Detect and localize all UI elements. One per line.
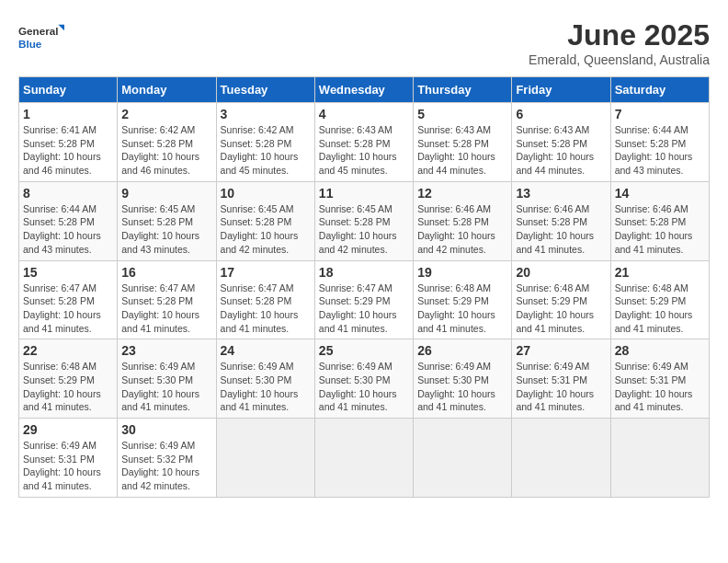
- calendar-cell: 23 Sunrise: 6:49 AM Sunset: 5:30 PM Dayl…: [118, 339, 216, 419]
- svg-text:General: General: [18, 25, 58, 37]
- day-info: Sunrise: 6:44 AM Sunset: 5:28 PM Dayligh…: [615, 123, 705, 178]
- day-number: 19: [417, 265, 507, 280]
- location: Emerald, Queensland, Australia: [529, 52, 710, 67]
- day-info: Sunrise: 6:47 AM Sunset: 5:28 PM Dayligh…: [121, 282, 211, 336]
- calendar-cell: 27 Sunrise: 6:49 AM Sunset: 5:31 PM Dayl…: [512, 339, 610, 419]
- day-info: Sunrise: 6:47 AM Sunset: 5:28 PM Dayligh…: [23, 282, 113, 336]
- calendar-cell: 14 Sunrise: 6:46 AM Sunset: 5:28 PM Dayl…: [610, 181, 709, 260]
- day-info: Sunrise: 6:49 AM Sunset: 5:31 PM Dayligh…: [23, 439, 113, 493]
- calendar-cell: [512, 419, 610, 498]
- weekday-header-wednesday: Wednesday: [314, 77, 413, 103]
- svg-text:Blue: Blue: [18, 38, 42, 50]
- calendar-cell: 29 Sunrise: 6:49 AM Sunset: 5:31 PM Dayl…: [19, 419, 118, 498]
- calendar-cell: 8 Sunrise: 6:44 AM Sunset: 5:28 PM Dayli…: [19, 181, 118, 260]
- calendar-cell: 11 Sunrise: 6:45 AM Sunset: 5:28 PM Dayl…: [314, 181, 413, 260]
- day-number: 21: [615, 265, 705, 280]
- day-info: Sunrise: 6:42 AM Sunset: 5:28 PM Dayligh…: [121, 123, 211, 178]
- day-number: 18: [319, 265, 409, 280]
- day-info: Sunrise: 6:49 AM Sunset: 5:30 PM Dayligh…: [417, 360, 507, 414]
- day-number: 23: [121, 343, 211, 358]
- calendar-cell: 1 Sunrise: 6:41 AM Sunset: 5:28 PM Dayli…: [19, 103, 118, 182]
- calendar-cell: 28 Sunrise: 6:49 AM Sunset: 5:31 PM Dayl…: [610, 339, 709, 419]
- calendar-cell: 3 Sunrise: 6:42 AM Sunset: 5:28 PM Dayli…: [216, 103, 314, 182]
- calendar-cell: 18 Sunrise: 6:47 AM Sunset: 5:29 PM Dayl…: [314, 260, 413, 339]
- day-info: Sunrise: 6:49 AM Sunset: 5:30 PM Dayligh…: [319, 360, 409, 414]
- title-section: June 2025 Emerald, Queensland, Australia: [529, 18, 710, 67]
- day-info: Sunrise: 6:48 AM Sunset: 5:29 PM Dayligh…: [417, 282, 507, 336]
- calendar-cell: 19 Sunrise: 6:48 AM Sunset: 5:29 PM Dayl…: [414, 260, 512, 339]
- day-info: Sunrise: 6:46 AM Sunset: 5:28 PM Dayligh…: [516, 202, 606, 257]
- day-number: 26: [417, 343, 507, 358]
- day-number: 9: [121, 186, 211, 201]
- day-info: Sunrise: 6:41 AM Sunset: 5:28 PM Dayligh…: [23, 123, 113, 178]
- page-header: General Blue June 2025 Emerald, Queensla…: [18, 18, 710, 67]
- day-number: 13: [516, 186, 606, 201]
- weekday-header-monday: Monday: [118, 77, 216, 103]
- weekday-header-friday: Friday: [512, 77, 610, 103]
- weekday-header-tuesday: Tuesday: [216, 77, 314, 103]
- day-number: 11: [319, 186, 409, 201]
- calendar-cell: 6 Sunrise: 6:43 AM Sunset: 5:28 PM Dayli…: [512, 103, 610, 182]
- day-number: 22: [23, 343, 113, 358]
- calendar-cell: 20 Sunrise: 6:48 AM Sunset: 5:29 PM Dayl…: [512, 260, 610, 339]
- day-info: Sunrise: 6:42 AM Sunset: 5:28 PM Dayligh…: [221, 123, 311, 178]
- svg-marker-2: [58, 25, 64, 32]
- day-number: 4: [319, 107, 409, 121]
- calendar-cell: 21 Sunrise: 6:48 AM Sunset: 5:29 PM Dayl…: [610, 260, 709, 339]
- day-number: 12: [417, 186, 507, 201]
- calendar-week-3: 15 Sunrise: 6:47 AM Sunset: 5:28 PM Dayl…: [19, 260, 710, 339]
- day-info: Sunrise: 6:45 AM Sunset: 5:28 PM Dayligh…: [121, 202, 211, 257]
- calendar-cell: 2 Sunrise: 6:42 AM Sunset: 5:28 PM Dayli…: [118, 103, 216, 182]
- calendar-cell: [414, 419, 512, 498]
- calendar-cell: 22 Sunrise: 6:48 AM Sunset: 5:29 PM Dayl…: [19, 339, 118, 419]
- calendar-cell: 10 Sunrise: 6:45 AM Sunset: 5:28 PM Dayl…: [216, 181, 314, 260]
- day-info: Sunrise: 6:43 AM Sunset: 5:28 PM Dayligh…: [516, 123, 606, 178]
- calendar-cell: [610, 419, 709, 498]
- weekday-header-saturday: Saturday: [610, 77, 709, 103]
- calendar-cell: 7 Sunrise: 6:44 AM Sunset: 5:28 PM Dayli…: [610, 103, 709, 182]
- calendar-cell: 25 Sunrise: 6:49 AM Sunset: 5:30 PM Dayl…: [314, 339, 413, 419]
- calendar-week-1: 1 Sunrise: 6:41 AM Sunset: 5:28 PM Dayli…: [19, 103, 710, 182]
- day-number: 25: [319, 343, 409, 358]
- calendar-cell: 13 Sunrise: 6:46 AM Sunset: 5:28 PM Dayl…: [512, 181, 610, 260]
- day-info: Sunrise: 6:48 AM Sunset: 5:29 PM Dayligh…: [23, 360, 113, 414]
- logo-svg: General Blue: [18, 18, 64, 55]
- day-number: 15: [23, 265, 113, 280]
- day-number: 16: [121, 265, 211, 280]
- day-number: 6: [516, 107, 606, 121]
- day-info: Sunrise: 6:48 AM Sunset: 5:29 PM Dayligh…: [516, 282, 606, 336]
- calendar-cell: 12 Sunrise: 6:46 AM Sunset: 5:28 PM Dayl…: [414, 181, 512, 260]
- day-info: Sunrise: 6:44 AM Sunset: 5:28 PM Dayligh…: [23, 202, 113, 257]
- day-number: 7: [615, 107, 705, 121]
- day-info: Sunrise: 6:49 AM Sunset: 5:32 PM Dayligh…: [121, 439, 211, 493]
- day-info: Sunrise: 6:45 AM Sunset: 5:28 PM Dayligh…: [221, 202, 311, 257]
- calendar-cell: 24 Sunrise: 6:49 AM Sunset: 5:30 PM Dayl…: [216, 339, 314, 419]
- calendar-week-4: 22 Sunrise: 6:48 AM Sunset: 5:29 PM Dayl…: [19, 339, 710, 419]
- calendar-cell: 26 Sunrise: 6:49 AM Sunset: 5:30 PM Dayl…: [414, 339, 512, 419]
- calendar-week-2: 8 Sunrise: 6:44 AM Sunset: 5:28 PM Dayli…: [19, 181, 710, 260]
- day-number: 28: [615, 343, 705, 358]
- day-info: Sunrise: 6:49 AM Sunset: 5:31 PM Dayligh…: [516, 360, 606, 414]
- calendar-cell: 17 Sunrise: 6:47 AM Sunset: 5:28 PM Dayl…: [216, 260, 314, 339]
- day-number: 10: [221, 186, 311, 201]
- calendar-cell: 16 Sunrise: 6:47 AM Sunset: 5:28 PM Dayl…: [118, 260, 216, 339]
- header-row: SundayMondayTuesdayWednesdayThursdayFrid…: [19, 77, 710, 103]
- calendar-cell: [216, 419, 314, 498]
- day-number: 2: [121, 107, 211, 121]
- day-info: Sunrise: 6:49 AM Sunset: 5:30 PM Dayligh…: [221, 360, 311, 414]
- day-number: 29: [23, 422, 113, 437]
- calendar-cell: 5 Sunrise: 6:43 AM Sunset: 5:28 PM Dayli…: [414, 103, 512, 182]
- calendar-cell: 4 Sunrise: 6:43 AM Sunset: 5:28 PM Dayli…: [314, 103, 413, 182]
- day-info: Sunrise: 6:43 AM Sunset: 5:28 PM Dayligh…: [417, 123, 507, 178]
- weekday-header-sunday: Sunday: [19, 77, 118, 103]
- day-info: Sunrise: 6:49 AM Sunset: 5:30 PM Dayligh…: [121, 360, 211, 414]
- day-info: Sunrise: 6:45 AM Sunset: 5:28 PM Dayligh…: [319, 202, 409, 257]
- day-info: Sunrise: 6:46 AM Sunset: 5:28 PM Dayligh…: [615, 202, 705, 257]
- day-info: Sunrise: 6:48 AM Sunset: 5:29 PM Dayligh…: [615, 282, 705, 336]
- day-number: 14: [615, 186, 705, 201]
- logo: General Blue: [18, 18, 64, 55]
- day-info: Sunrise: 6:49 AM Sunset: 5:31 PM Dayligh…: [615, 360, 705, 414]
- day-number: 17: [221, 265, 311, 280]
- day-info: Sunrise: 6:43 AM Sunset: 5:28 PM Dayligh…: [319, 123, 409, 178]
- day-number: 1: [23, 107, 113, 121]
